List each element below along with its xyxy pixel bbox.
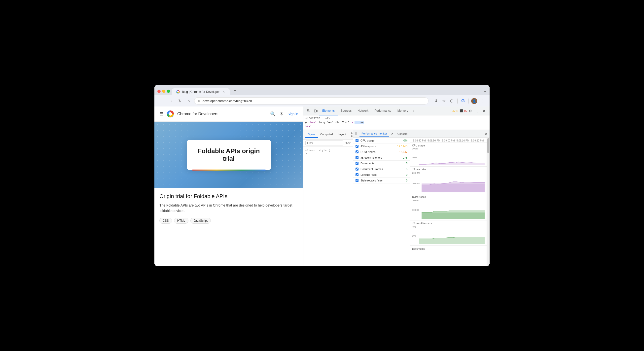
perf-scrollbar[interactable] (486, 138, 490, 266)
devtools-tab-performance[interactable]: Performance (372, 106, 394, 116)
svg-rect-11 (422, 184, 484, 192)
bookmark-button[interactable]: ☆ (440, 98, 447, 104)
metric-js-events-value: 278 (395, 156, 408, 159)
devtools-panel: Elements Sources Network Performance Mem… (304, 106, 490, 266)
styles-filter-actions: :hov .cls + ▤ ▥ (344, 141, 353, 145)
devtools-tab-sources[interactable]: Sources (338, 106, 354, 116)
new-tab-button[interactable]: + (232, 88, 238, 95)
console-tab[interactable]: Console (396, 131, 410, 136)
header-actions: 🔍 ☀ Sign in (270, 111, 298, 117)
docs-chart-section: Documents (410, 246, 486, 252)
styles-tab-styles[interactable]: Styles (305, 131, 318, 138)
metric-cpu-label: CPU usage (360, 139, 393, 142)
metric-heap-value: 12.1 MB (395, 145, 408, 148)
heap-chart-svg (422, 171, 484, 192)
time-label-1: 5:08:40 PM (412, 139, 426, 142)
perf-drag-icon: ⠿ (355, 132, 358, 136)
metric-dom-checkbox[interactable] (356, 150, 358, 154)
theme-toggle-icon[interactable]: ☀ (280, 111, 284, 117)
devtools-device-icon[interactable] (312, 108, 319, 114)
styles-tab-event-listeners[interactable]: Event Listeners (348, 130, 353, 139)
active-tab[interactable]: Blog | Chrome for Developer ✕ (172, 88, 230, 95)
chrome-logo (166, 110, 174, 118)
metric-style-recalcs-value: 0 (395, 179, 408, 182)
metric-cpu: CPU usage 0% (353, 138, 410, 144)
devtools-tab-memory[interactable]: Memory (394, 106, 411, 116)
warnings-badge[interactable]: ⚠ 19 (452, 109, 458, 112)
metric-cpu-checkbox[interactable] (356, 139, 358, 142)
close-button[interactable] (158, 90, 161, 93)
dom-chart-area: 20,000 10,000 (412, 199, 484, 219)
warnings-count: 19 (456, 110, 458, 112)
devtools-tab-network[interactable]: Network (354, 106, 372, 116)
error-icon: ⬛ (460, 109, 463, 112)
metric-layouts: Layouts / sec 0 (353, 172, 410, 178)
metric-frames: Document Frames 5 (353, 166, 410, 172)
maximize-button[interactable] (167, 90, 170, 93)
url-bar[interactable]: ⚙ developer.chrome.com/blog?hl=en (194, 97, 428, 104)
metric-layouts-checkbox[interactable] (356, 173, 358, 176)
nav-divider-2 (468, 98, 469, 104)
home-button[interactable]: ⌂ (185, 98, 192, 104)
performance-monitor: ⠿ Performance monitor ✕ Console ✕ (353, 130, 490, 266)
devtools-warnings: ⚠ 19 ⬛ 15 (452, 109, 467, 112)
metric-style-recalcs-checkbox[interactable] (356, 179, 358, 182)
devtools-close-button[interactable]: ✕ (481, 108, 488, 114)
google-button[interactable]: G (460, 98, 466, 104)
time-label-2: 5:08:50 PM (426, 139, 441, 142)
refresh-button[interactable]: ↻ (176, 98, 183, 104)
devtools-settings-button[interactable]: ⚙ (467, 108, 474, 114)
metric-dom-label: DOM Nodes (360, 150, 393, 154)
search-icon[interactable]: 🔍 (270, 111, 276, 117)
devtools-inspect-icon[interactable] (305, 108, 312, 114)
back-button[interactable]: ← (158, 98, 165, 104)
metric-js-events-label: JS event listeners (360, 156, 393, 159)
scrollbar-thumb[interactable] (487, 138, 489, 153)
metric-js-events-checkbox[interactable] (356, 156, 358, 159)
styles-tab-computed[interactable]: Computed (318, 131, 336, 138)
perf-body: CPU usage 0% JS heap size 12.1 MB (353, 138, 490, 266)
metric-docs-label: Documents (360, 162, 393, 165)
hero-title: Foldable APIs origin trial (196, 147, 262, 162)
metric-heap-checkbox[interactable] (356, 145, 358, 148)
styles-filter-input[interactable] (305, 140, 343, 146)
cpu-chart-section: CPU usage 100% 50% (410, 143, 486, 166)
minimize-button[interactable] (162, 90, 165, 93)
download-button[interactable]: ⬇ (432, 98, 440, 104)
extension-button[interactable]: ⬡ (448, 98, 455, 104)
time-labels-row: 5:08:40 PM 5:08:50 PM 5:09:00 PM 5:09:10… (410, 138, 486, 143)
devtools-menu-button[interactable]: ⋮ (474, 108, 481, 114)
hamburger-icon[interactable]: ☰ (160, 111, 163, 117)
styles-tab-layout[interactable]: Layout (336, 131, 348, 138)
hov-button[interactable]: :hov (344, 141, 352, 145)
tag-css[interactable]: CSS (160, 218, 172, 224)
perf-panel-close-btn[interactable]: ✕ (391, 132, 394, 136)
tab-menu-button[interactable]: ⌄ (484, 89, 486, 95)
metric-dom: DOM Nodes 12,647 (353, 149, 410, 155)
metric-docs-checkbox[interactable] (356, 162, 358, 165)
html-tag-line[interactable]: ▶ <html lang="en" dir="ltr" > == $0 (305, 120, 488, 124)
cpu-chart-area: 100% 50% (412, 148, 484, 165)
devtools-tab-elements[interactable]: Elements (319, 106, 338, 116)
metric-frames-checkbox[interactable] (356, 168, 358, 170)
devtools-more-tabs[interactable]: » (411, 109, 416, 113)
forward-button[interactable]: → (167, 98, 174, 104)
tag-html[interactable]: HTML (174, 218, 189, 224)
dom-chart-section: DOM Nodes 20,000 10,000 (410, 194, 486, 220)
errors-badge[interactable]: ⬛ 15 (460, 109, 467, 112)
sign-in-button[interactable]: Sign in (288, 112, 298, 116)
profile-button[interactable]: 👤 (471, 98, 478, 104)
metric-heap-label: JS heap size (360, 145, 393, 148)
title-bar: Blog | Chrome for Developer ✕ + ⌄ (154, 85, 490, 95)
perf-close-x[interactable]: ✕ (484, 132, 488, 136)
js-events-chart-label: JS event listeners (412, 222, 432, 225)
metric-style-recalcs-label: Style recalcs / sec (360, 179, 393, 182)
chrome-menu-button[interactable]: ⋮ (479, 98, 486, 104)
heap-chart-area: 20.0 MB 10.0 MB (412, 171, 484, 192)
cpu-chart-label: CPU usage (412, 144, 425, 147)
elements-panel: <!DOCTYPE html> ▶ <html lang="en" dir="l… (304, 116, 490, 130)
perf-tab[interactable]: Performance monitor (360, 131, 389, 136)
metric-docs-value: 5 (395, 162, 408, 165)
tab-close-button[interactable]: ✕ (222, 90, 226, 94)
tag-javascript[interactable]: JavaScript (190, 218, 211, 224)
